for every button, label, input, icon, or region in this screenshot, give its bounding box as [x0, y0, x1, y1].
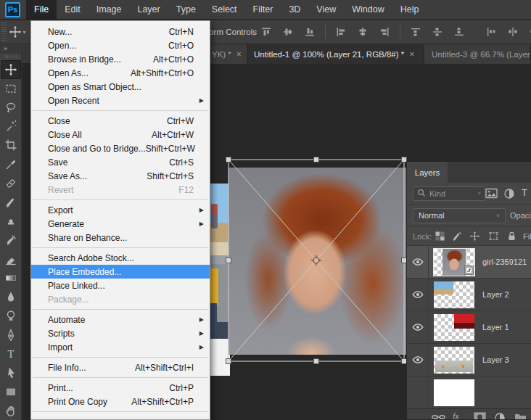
history-brush-tool[interactable] — [1, 231, 21, 250]
menu-item-import[interactable]: Import▶ — [31, 340, 210, 354]
menu-item-open-as-smart-object[interactable]: Open as Smart Object... — [31, 80, 210, 94]
menubar-item-select[interactable]: Select — [204, 0, 245, 20]
menubar-item-type[interactable]: Type — [168, 0, 204, 20]
link-layers-icon[interactable] — [432, 412, 445, 420]
kind-filter-dropdown[interactable]: Kind ˅ — [413, 186, 485, 201]
layer-visibility-toggle[interactable] — [407, 344, 429, 376]
menu-item-new[interactable]: New...Ctrl+N — [31, 25, 210, 38]
menu-item-save-as[interactable]: Save As...Shift+Ctrl+S — [31, 169, 210, 183]
toolbar-grip[interactable] — [5, 55, 17, 58]
toolbar-collapse-button[interactable]: » — [0, 44, 21, 54]
filter-pixel-layers-icon[interactable] — [485, 188, 498, 200]
new-adjustment-layer-icon[interactable] — [494, 412, 506, 420]
menubar-item-window[interactable]: Window — [344, 0, 392, 20]
align-top-icon[interactable] — [258, 25, 274, 39]
menu-item-close-and-go-to-bridge[interactable]: Close and Go to Bridge...Shift+Ctrl+W — [31, 141, 210, 155]
menubar-item-edit[interactable]: Edit — [57, 0, 88, 20]
menu-item-save[interactable]: SaveCtrl+S — [31, 155, 210, 169]
layer-row-background[interactable] — [407, 376, 531, 408]
menu-item-print-one-copy[interactable]: Print One CopyAlt+Shift+Ctrl+P — [31, 395, 210, 408]
rectangle-tool[interactable] — [1, 382, 21, 401]
new-group-icon[interactable] — [514, 412, 527, 420]
layer-name[interactable]: Layer 2 — [482, 290, 509, 299]
layer-thumbnail[interactable] — [434, 281, 474, 308]
filter-type-layers-icon[interactable]: T — [522, 187, 527, 198]
menu-item-export[interactable]: Export▶ — [31, 203, 210, 217]
layer-thumbnail[interactable] — [434, 379, 474, 406]
menu-item-open-recent[interactable]: Open Recent▶ — [31, 94, 210, 107]
layer-row-layer-2[interactable]: Layer 2 — [407, 279, 531, 311]
clone-stamp-tool[interactable] — [1, 212, 21, 231]
tab-close-icon[interactable]: × — [236, 49, 242, 59]
free-transform-box[interactable] — [222, 153, 412, 368]
hand-tool[interactable] — [1, 401, 21, 420]
filter-adjustment-layers-icon[interactable] — [503, 188, 515, 201]
healing-brush-tool[interactable] — [1, 174, 21, 193]
blur-tool[interactable] — [1, 287, 21, 306]
menu-item-close-all[interactable]: Close AllAlt+Ctrl+W — [31, 128, 210, 141]
layer-visibility-toggle[interactable] — [407, 311, 429, 343]
menu-item-generate[interactable]: Generate▶ — [31, 217, 210, 231]
lock-all-icon[interactable] — [506, 231, 517, 243]
menu-item-open[interactable]: Open...Ctrl+O — [31, 38, 210, 52]
options-bar-grip[interactable] — [1, 22, 7, 41]
gradient-tool[interactable] — [1, 268, 21, 287]
eyedropper-tool[interactable] — [1, 155, 21, 174]
document-tab-untitled-1-100-layer-21-rgb-8[interactable]: Untitled-1 @ 100% (Layer 21, RGB/8#) *× — [247, 44, 424, 64]
distribute-right-icon[interactable] — [527, 25, 531, 39]
layer-row-layer-3[interactable]: Layer 3 — [407, 344, 531, 376]
menu-item-place-embedded[interactable]: Place Embedded... — [31, 265, 210, 279]
tab-close-icon[interactable]: × — [409, 49, 414, 59]
layer-style-fx-icon[interactable]: fx — [453, 411, 459, 420]
menu-item-place-linked[interactable]: Place Linked... — [31, 279, 210, 292]
crop-tool[interactable] — [1, 136, 21, 155]
move-tool[interactable] — [1, 60, 21, 79]
distribute-bottom-icon[interactable] — [451, 25, 467, 39]
layer-row-girl-2359121[interactable]: girl-2359121 — [407, 246, 531, 279]
menubar-item-filter[interactable]: Filter — [245, 0, 281, 20]
menu-item-close[interactable]: CloseCtrl+W — [31, 114, 210, 128]
distribute-top-icon[interactable] — [408, 25, 424, 39]
document-tab-untitled-3-66-7-layer[interactable]: Untitled-3 @ 66.7% (Layer — [425, 44, 531, 64]
document-tab-yk[interactable]: YK) *× — [205, 44, 247, 64]
tab-layers[interactable]: Layers — [407, 162, 448, 183]
align-hcenter-icon[interactable] — [355, 25, 371, 39]
layer-thumbnail[interactable] — [434, 249, 474, 276]
align-vcenter-icon[interactable] — [280, 25, 296, 39]
layer-visibility-toggle[interactable] — [407, 376, 429, 408]
magic-wand-tool[interactable] — [1, 117, 21, 136]
menu-item-scripts[interactable]: Scripts▶ — [31, 326, 210, 340]
marquee-tool[interactable] — [1, 79, 21, 98]
distribute-hcenter-icon[interactable] — [505, 25, 521, 39]
dodge-tool[interactable] — [1, 306, 21, 325]
menu-item-file-info[interactable]: File Info...Alt+Shift+Ctrl+I — [31, 361, 210, 374]
lock-artboard-icon[interactable] — [488, 231, 499, 243]
distribute-left-icon[interactable] — [483, 25, 499, 39]
pen-tool[interactable] — [1, 326, 21, 345]
layer-thumbnail[interactable] — [434, 347, 474, 374]
align-left-icon[interactable] — [333, 25, 349, 39]
distribute-vcenter-icon[interactable] — [429, 25, 445, 39]
layer-name[interactable]: Layer 1 — [482, 323, 509, 332]
menubar-item-help[interactable]: Help — [392, 0, 427, 20]
eraser-tool[interactable] — [1, 250, 21, 268]
layer-visibility-toggle[interactable] — [407, 279, 429, 310]
menu-item-share-on-behance[interactable]: Share on Behance... — [31, 231, 210, 244]
menu-item-browse-in-bridge[interactable]: Browse in Bridge...Alt+Ctrl+O — [31, 52, 210, 66]
menubar-item-image[interactable]: Image — [88, 0, 130, 20]
layer-visibility-toggle[interactable] — [407, 246, 429, 278]
align-right-icon[interactable] — [376, 25, 392, 39]
layer-name[interactable]: girl-2359121 — [482, 258, 527, 266]
menubar-item-view[interactable]: View — [308, 0, 344, 20]
layer-row-layer-1[interactable]: Layer 1 — [407, 311, 531, 344]
layer-thumbnail[interactable] — [434, 314, 474, 341]
lock-transparent-pixels-icon[interactable] — [435, 231, 445, 243]
menubar-item-file[interactable]: File — [26, 0, 57, 20]
brush-tool[interactable] — [1, 193, 21, 212]
type-tool[interactable]: T — [1, 345, 21, 363]
menubar-item-3d[interactable]: 3D — [281, 0, 308, 20]
lock-position-icon[interactable] — [469, 231, 480, 243]
menu-item-search-adobe-stock[interactable]: Search Adobe Stock... — [31, 251, 210, 265]
align-bottom-icon[interactable] — [302, 25, 318, 39]
menubar-item-layer[interactable]: Layer — [129, 0, 168, 20]
